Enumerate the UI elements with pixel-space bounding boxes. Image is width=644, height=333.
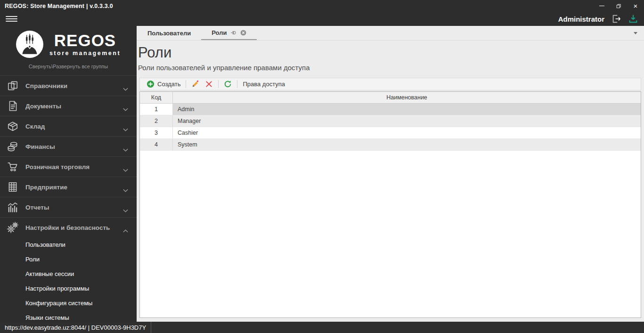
refresh-icon [224,80,232,88]
sidebar-item-active-sessions[interactable]: Активные сессии [0,267,137,281]
main-content: Пользователи Роли Роли [137,26,644,322]
logo-subtitle: store management [49,50,121,57]
sidebar-group-label: Документы [25,103,61,110]
sidebar-group-references[interactable]: Справочники [0,75,137,96]
delete-button[interactable] [202,78,216,90]
edit-button[interactable] [188,78,202,90]
tab-users[interactable]: Пользователи [137,26,201,40]
sidebar-menu: СправочникиДокументыСкладФинансыРознична… [0,75,137,322]
cell-code[interactable]: 3 [140,127,173,139]
column-header-code[interactable]: Код [140,92,173,103]
restore-button[interactable] [610,0,627,12]
cell-name[interactable]: System [173,139,641,151]
sidebar-group-label: Справочники [25,82,67,89]
page-subtitle: Роли пользователей и управление правами … [138,64,644,72]
sidebar-group-label: Предприятие [25,184,67,191]
table-row[interactable]: 3Cashier [140,127,641,139]
document-icon [7,100,20,112]
sidebar-group-label: Розничная торговля [25,163,90,171]
chevron-up-icon [123,226,128,229]
sidebar-group-label: Настройки и безопасность [25,224,110,231]
close-button[interactable]: × [627,0,644,12]
table-row[interactable]: 2Manager [140,115,641,127]
sidebar-submenu: ПользователиРолиАктивные сессииНастройки… [0,237,137,322]
sidebar-item-roles[interactable]: Роли [0,252,137,267]
sidebar-group-warehouse[interactable]: Склад [0,116,137,136]
cell-code[interactable]: 2 [140,115,173,127]
chevron-down-icon [123,125,128,128]
current-user-label: Administrator [558,15,604,23]
logo-title: REGOS [54,32,116,49]
server-endpoint-label: https://dev.easytrade.uz:8044/ | DEV0000… [5,324,146,331]
status-bar: https://dev.easytrade.uz:8044/ | DEV0000… [0,322,644,333]
delete-x-icon [205,80,213,88]
collapse-expand-all-link[interactable]: Свернуть\Развернуть все группы [29,64,108,69]
sidebar-item-system-languages[interactable]: Языки системы [0,310,137,322]
chevron-down-icon [123,84,128,88]
toolbar-separator [237,80,237,88]
toolbar: Создать [139,78,641,90]
add-icon [147,80,155,88]
access-rights-button[interactable]: Права доступа [240,78,288,90]
cell-code[interactable]: 1 [140,104,173,115]
edit-pencil-icon [191,80,199,88]
download-update-icon[interactable] [628,14,638,24]
cart-icon [7,161,20,173]
cell-code[interactable]: 4 [140,139,173,151]
statusbar-separator [151,322,151,333]
sidebar-group-settings-security[interactable]: Настройки и безопасность [0,217,137,237]
toolbar-separator [218,80,219,88]
catalog-icon [7,80,20,92]
minimize-button[interactable] [593,0,610,12]
table-row[interactable]: 4System [140,139,641,151]
sidebar-group-label: Финансы [25,143,55,150]
sidebar-group-documents[interactable]: Документы [0,96,137,116]
close-icon: × [634,2,638,9]
pin-icon[interactable] [230,30,236,36]
sidebar-group-label: Склад [25,123,45,130]
chevron-down-icon [123,165,128,169]
sidebar-group-retail[interactable]: Розничная торговля [0,156,137,177]
gears-icon [7,221,20,234]
column-header-name[interactable]: Наименование [173,92,641,103]
minimize-icon [599,6,604,6]
chevron-down-icon [123,105,128,108]
chart-icon [7,201,20,213]
sidebar-item-users[interactable]: Пользователи [0,237,137,252]
restore-icon [616,3,621,9]
title-bar: REGOS: Store Management | v.0.3.3.0 × [0,0,644,12]
create-button[interactable]: Создать [144,78,183,90]
window-title: REGOS: Store Management | v.0.3.3.0 [5,3,113,9]
close-tab-icon[interactable] [240,30,246,36]
sidebar-group-reports[interactable]: Отчеты [0,197,137,217]
refresh-button[interactable] [221,78,235,90]
table-row[interactable]: 1Admin [140,104,641,115]
cell-name[interactable]: Admin [173,104,641,115]
sidebar-item-system-configuration[interactable]: Конфигурация системы [0,296,137,310]
page-title: Роли [138,44,644,61]
table-header: Код Наименование [140,92,641,104]
hamburger-menu-icon[interactable] [6,16,17,22]
cell-name[interactable]: Cashier [173,127,641,139]
sidebar-group-label: Отчеты [25,204,49,211]
roles-table: Код Наименование 1Admin2Manager3Cashier4… [139,91,641,318]
tab-list-dropdown-icon[interactable] [634,32,637,34]
regos-logo-icon [16,31,43,58]
tab-strip: Пользователи Роли [137,26,644,41]
logo: REGOS store management [16,31,121,58]
coins-icon [7,140,20,153]
chevron-down-icon [123,206,128,209]
sidebar-group-enterprise[interactable]: Предприятие [0,177,137,197]
chevron-down-icon [123,186,128,189]
building-icon [7,181,20,193]
app-window: REGOS: Store Management | v.0.3.3.0 × Ad… [0,0,644,333]
sidebar-item-program-settings[interactable]: Настройки программы [0,281,137,296]
box-icon [7,120,20,132]
logout-icon[interactable] [611,14,621,24]
sidebar: REGOS store management Свернуть\Разверну… [0,26,137,322]
app-header: Administrator [0,12,644,26]
cell-name[interactable]: Manager [173,115,641,127]
table-body: 1Admin2Manager3Cashier4System [140,104,641,317]
sidebar-group-finance[interactable]: Финансы [0,136,137,156]
tab-roles[interactable]: Роли [201,26,257,40]
